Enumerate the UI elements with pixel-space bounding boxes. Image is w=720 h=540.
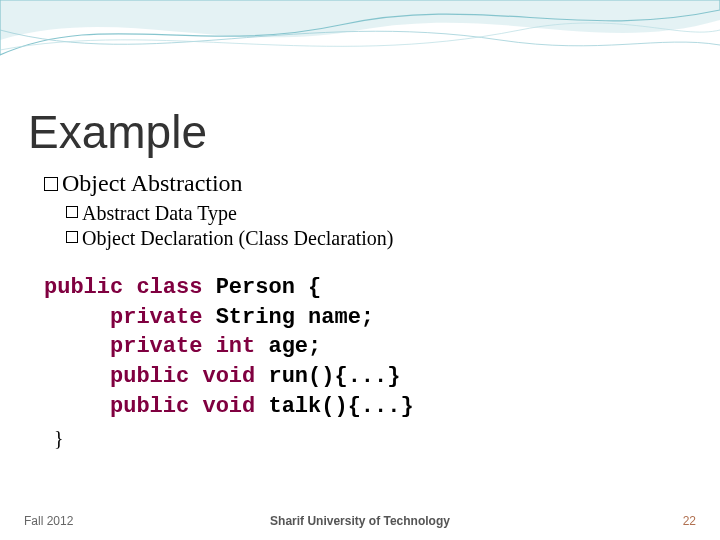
bullet-text: Abstract Data Type: [82, 201, 237, 226]
bullet-box-icon: [66, 231, 78, 243]
code-block: public class Person { private String nam…: [44, 273, 680, 421]
code-keyword: public class: [44, 275, 202, 300]
code-keyword: public void: [110, 394, 255, 419]
code-close-brace: }: [54, 427, 680, 450]
code-keyword: private: [110, 305, 202, 330]
slide: Example Object Abstraction Abstract Data…: [0, 0, 720, 540]
bullet-text: Object Declaration (Class Declaration): [82, 226, 394, 251]
bullet-level2: Abstract Data Type: [66, 201, 680, 226]
code-text: Person {: [202, 275, 321, 300]
bullet-box-icon: [66, 206, 78, 218]
slide-content: Object Abstraction Abstract Data Type Ob…: [44, 170, 680, 450]
footer-date: Fall 2012: [24, 514, 73, 528]
code-text: String name;: [202, 305, 374, 330]
slide-footer: Fall 2012 Sharif University of Technolog…: [0, 514, 720, 528]
code-keyword: public void: [110, 364, 255, 389]
code-text: run(){...}: [255, 364, 400, 389]
footer-page-number: 22: [683, 514, 696, 528]
slide-title: Example: [28, 105, 207, 159]
code-text: age;: [255, 334, 321, 359]
bullet-level2: Object Declaration (Class Declaration): [66, 226, 680, 251]
code-text: talk(){...}: [255, 394, 413, 419]
wave-background: [0, 0, 720, 120]
bullet-text: Object Abstraction: [62, 170, 243, 197]
bullet-box-icon: [44, 177, 58, 191]
code-keyword: private int: [110, 334, 255, 359]
footer-institution: Sharif University of Technology: [270, 514, 450, 528]
bullet-level1: Object Abstraction: [44, 170, 680, 197]
